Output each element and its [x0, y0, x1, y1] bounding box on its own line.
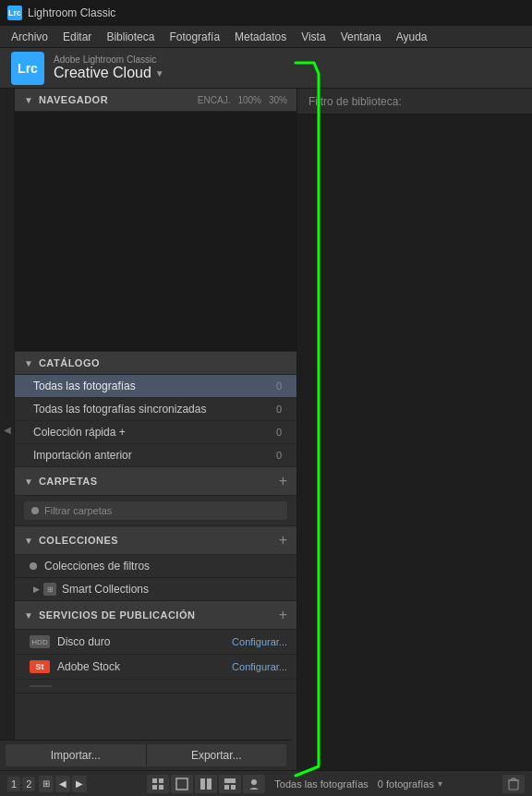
- collections-filters-label: Colecciones de filtros: [44, 560, 287, 573]
- collections-add-button[interactable]: +: [279, 532, 287, 549]
- folders-filter-input[interactable]: Filtrar carpetas: [24, 501, 287, 520]
- left-panel: ▼ Navegador ENCAJ. 100% 30% ▼ Catálogo T…: [15, 89, 297, 770]
- window-title: Lightroom Classic: [28, 6, 115, 19]
- chevron-right-icon: ▶: [33, 585, 40, 594]
- app-header: Lrc Adobe Lightroom Classic Creative Clo…: [0, 48, 532, 89]
- svg-rect-0: [152, 778, 157, 783]
- svg-rect-5: [200, 778, 205, 790]
- navigator-100[interactable]: 100%: [237, 95, 261, 105]
- bottom-right: [502, 775, 525, 793]
- catalog-title: Catálogo: [39, 357, 287, 368]
- navigator-triangle-icon: ▼: [24, 95, 33, 105]
- navigator-encaj[interactable]: ENCAJ.: [198, 95, 231, 105]
- left-edge-panel[interactable]: ◀: [0, 89, 15, 770]
- next-arrow-icon[interactable]: ▶: [72, 776, 87, 792]
- navigator-preview: [15, 112, 296, 352]
- folders-section-header[interactable]: ▼ Carpetas +: [15, 467, 296, 496]
- page-1-button[interactable]: 1: [7, 777, 20, 791]
- svg-rect-3: [159, 785, 163, 790]
- catalog-row-quick[interactable]: Colección rápida + 0: [15, 421, 296, 444]
- folders-filter-text: Filtrar carpetas: [44, 505, 112, 516]
- catalog-row-label-3: Importación anterior: [33, 449, 263, 462]
- collections-dot-icon: [30, 562, 37, 570]
- publish-add-button[interactable]: +: [279, 607, 287, 623]
- library-filter-label: Filtro de biblioteca:: [308, 95, 402, 108]
- svg-rect-1: [159, 778, 163, 783]
- edge-arrow-icon: ◀: [4, 425, 11, 435]
- svg-rect-7: [224, 778, 236, 783]
- view-mode-icons: [147, 775, 265, 793]
- bottom-spacer: [15, 693, 296, 730]
- app-title-row[interactable]: Creative Cloud ▼: [54, 65, 164, 81]
- trash-icon[interactable]: [502, 775, 525, 793]
- collections-triangle-icon: ▼: [24, 536, 33, 546]
- lrc-logo: Lrc: [11, 52, 44, 85]
- menu-ayuda[interactable]: Ayuda: [389, 29, 435, 45]
- smart-collections-row[interactable]: ▶ ⊞ Smart Collections: [15, 578, 296, 601]
- publish-services-title: Servicios de publicación: [39, 609, 279, 621]
- publish-hdd-service[interactable]: HDD Disco duro Configurar...: [15, 630, 296, 655]
- collections-section-header[interactable]: ▼ Colecciones +: [15, 526, 296, 555]
- bottom-bar: 1 2 ⊞ ◀ ▶ Todas las fot: [0, 770, 532, 796]
- grid-view-icon[interactable]: [147, 775, 169, 793]
- hdd-configure-link[interactable]: Configurar...: [232, 636, 287, 647]
- catalog-row-label-0: Todas las fotografías: [33, 380, 263, 392]
- collections-filters-item[interactable]: Colecciones de filtros: [15, 555, 296, 578]
- folders-triangle-icon: ▼: [24, 476, 33, 487]
- app-icon: Lrc: [7, 6, 22, 20]
- catalog-row-previous[interactable]: Importación anterior 0: [15, 444, 296, 467]
- app-header-info: Adobe Lightroom Classic Creative Cloud ▼: [54, 54, 164, 81]
- filter-dot-icon: [31, 507, 39, 514]
- page-2-button[interactable]: 2: [22, 777, 35, 791]
- compare-view-icon[interactable]: [195, 775, 217, 793]
- bottom-count: 0 fotografías: [378, 778, 434, 790]
- import-export-bar: Importar... Exportar...: [0, 740, 292, 770]
- catalog-section-header[interactable]: ▼ Catálogo: [15, 352, 296, 375]
- publish-stock-service[interactable]: St Adobe Stock Configurar...: [15, 655, 296, 680]
- stock-service-label: Adobe Stock: [57, 660, 232, 673]
- stock-configure-link[interactable]: Configurar...: [232, 661, 287, 672]
- navigator-section-header[interactable]: ▼ Navegador ENCAJ. 100% 30%: [15, 89, 296, 112]
- bottom-center: Todas las fotografías 0 fotografías ▾: [91, 775, 499, 793]
- filter-bar: Filtro de biblioteca:: [297, 89, 532, 115]
- menu-metadatos[interactable]: Metadatos: [227, 29, 294, 45]
- people-view-icon[interactable]: [243, 775, 265, 793]
- catalog-row-synced[interactable]: Todas las fotografías sincronizadas 0: [15, 398, 296, 421]
- catalog-row-label-2: Colección rápida +: [33, 426, 263, 439]
- svg-rect-8: [224, 785, 229, 790]
- bottom-nav: 1 2: [7, 777, 35, 791]
- svg-point-10: [251, 779, 257, 785]
- menu-vista[interactable]: Vista: [294, 29, 332, 45]
- navigator-30[interactable]: 30%: [269, 95, 287, 105]
- svg-rect-4: [176, 778, 187, 790]
- export-button[interactable]: Exportar...: [146, 744, 287, 766]
- menu-fotografia[interactable]: Fotografía: [162, 29, 227, 45]
- menu-archivo[interactable]: Archivo: [4, 29, 55, 45]
- catalog-row-count-1: 0: [263, 404, 282, 415]
- catalog-triangle-icon: ▼: [24, 358, 33, 368]
- app-subtitle: Adobe Lightroom Classic: [54, 54, 164, 65]
- count-dropdown-icon[interactable]: ▾: [438, 778, 442, 789]
- svg-rect-6: [207, 778, 212, 790]
- title-bar: Lrc Lightroom Classic: [0, 0, 532, 26]
- menu-editar[interactable]: Editar: [55, 29, 99, 45]
- menu-bar: Archivo Editar Biblioteca Fotografía Met…: [0, 26, 532, 48]
- navigator-zoom-options: ENCAJ. 100% 30%: [198, 95, 287, 105]
- prev-arrow-icon[interactable]: ◀: [55, 776, 70, 792]
- navigator-title: Navegador: [39, 94, 198, 105]
- title-dropdown-arrow[interactable]: ▼: [155, 68, 164, 78]
- menu-ventana[interactable]: Ventana: [333, 29, 389, 45]
- loupe-view-icon[interactable]: [171, 775, 193, 793]
- survey-view-icon[interactable]: [219, 775, 241, 793]
- grid-icon[interactable]: ⊞: [39, 776, 54, 792]
- publish-triangle-icon: ▼: [24, 610, 33, 621]
- catalog-row-count-3: 0: [263, 450, 282, 461]
- catalog-row-all-photos[interactable]: Todas las fotografías 0: [15, 375, 296, 398]
- hdd-service-label: Disco duro: [57, 635, 232, 648]
- right-panel: Filtro de biblioteca:: [297, 89, 532, 770]
- content-area: [297, 115, 532, 770]
- menu-biblioteca[interactable]: Biblioteca: [99, 29, 162, 45]
- import-button[interactable]: Importar...: [6, 744, 146, 766]
- folders-add-button[interactable]: +: [279, 473, 287, 489]
- publish-services-section-header[interactable]: ▼ Servicios de publicación +: [15, 601, 296, 630]
